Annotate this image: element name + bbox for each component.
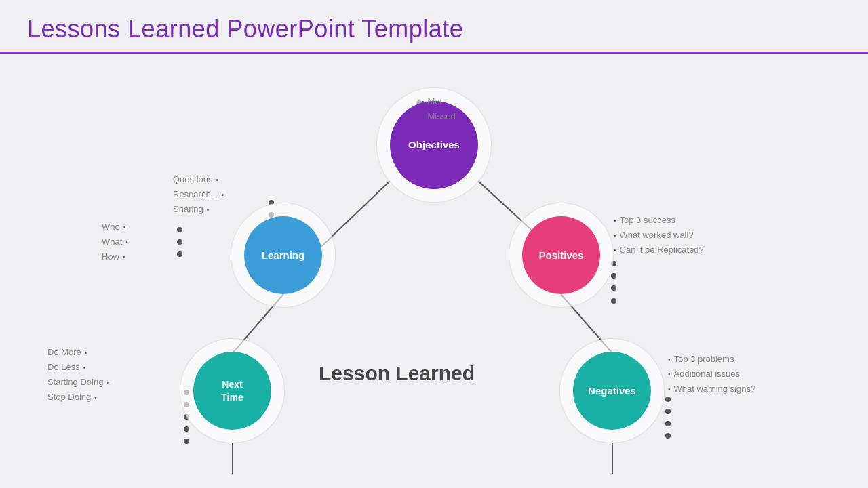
nexttime-label: Do More Do Less Starting Doing Stop Doin… <box>47 345 109 405</box>
list-item: What warning signs? <box>668 382 755 396</box>
svg-point-26 <box>665 409 671 414</box>
objectives-label: Met Missed <box>422 94 456 124</box>
negatives-label: Top 3 problems Additional issues What wa… <box>668 352 755 396</box>
svg-point-28 <box>665 433 671 439</box>
svg-point-19 <box>611 298 616 304</box>
list-item: Do More <box>47 345 109 360</box>
svg-point-27 <box>665 421 671 426</box>
list-item: Research _ <box>173 187 224 202</box>
svg-point-23 <box>184 426 189 432</box>
list-item: Who <box>102 220 128 235</box>
header: Lessons Learned PowerPoint Template <box>0 0 868 54</box>
svg-point-24 <box>184 439 189 444</box>
list-item: Questions <box>173 172 224 187</box>
list-item: Additional issues <box>668 367 755 382</box>
main-content: Objectives Learning Positives NextTime N… <box>0 54 868 474</box>
svg-point-12 <box>177 251 182 257</box>
list-item: Met <box>422 94 456 109</box>
learning-node: Learning <box>244 216 322 294</box>
svg-point-10 <box>177 227 182 232</box>
positives-node: Positives <box>522 216 600 294</box>
list-item: Top 3 success <box>614 213 704 228</box>
page-title: Lessons Learned PowerPoint Template <box>27 15 841 43</box>
svg-point-18 <box>611 285 616 291</box>
list-item: How <box>102 249 128 264</box>
list-item: Starting Doing <box>47 375 109 390</box>
list-item: Do Less <box>47 360 109 375</box>
list-item: Can it be Replicated? <box>614 243 704 258</box>
list-item: Missed <box>422 109 456 124</box>
svg-point-17 <box>611 273 616 279</box>
nexttime-node: NextTime <box>193 352 271 430</box>
svg-point-11 <box>177 239 182 245</box>
svg-point-25 <box>665 396 671 402</box>
positives-label: Top 3 success What worked wall? Can it b… <box>614 213 704 258</box>
list-item: What <box>102 235 128 249</box>
lesson-learned-label: Lesson Learned <box>319 362 475 385</box>
research-label: Questions Research _ Sharing <box>173 172 224 217</box>
negatives-node: Negatives <box>573 352 651 430</box>
list-item: Top 3 problems <box>668 352 755 367</box>
list-item: Sharing <box>173 202 224 217</box>
list-item: What worked wall? <box>614 228 704 243</box>
learning-label: Who What How <box>102 220 128 264</box>
list-item: Stop Doing <box>47 390 109 405</box>
